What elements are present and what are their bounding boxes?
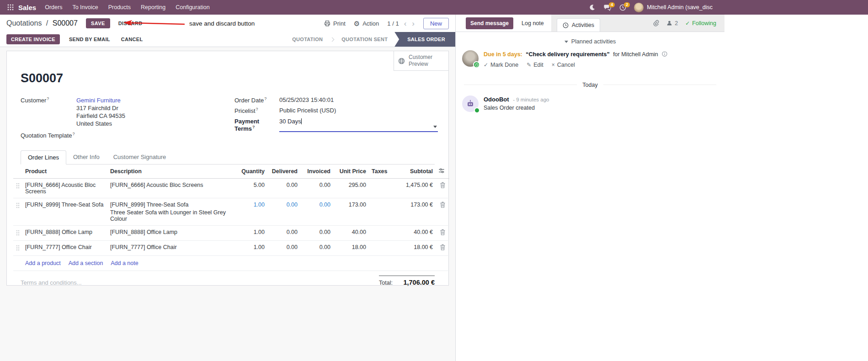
col-taxes[interactable]: Taxes — [369, 165, 392, 179]
activities-tab[interactable]: Activities — [557, 18, 600, 32]
cell-taxes[interactable] — [369, 241, 392, 256]
pager-next-icon[interactable]: › — [411, 20, 415, 27]
activity-avatar[interactable] — [462, 50, 479, 67]
cell-invoiced[interactable]: 0.00 — [300, 198, 333, 226]
user-menu[interactable]: Mitchell Admin (save_disc — [647, 4, 713, 11]
cell-description[interactable]: [FURN_6666] Acoustic Bloc Screens — [107, 179, 235, 198]
pricelist-field[interactable]: Public Pricelist (USD) — [279, 107, 336, 114]
delete-row-icon[interactable] — [436, 198, 449, 226]
odoobot-avatar[interactable] — [462, 96, 479, 112]
menu-configuration[interactable]: Configuration — [170, 0, 214, 15]
tab-order-lines[interactable]: Order Lines — [21, 150, 66, 165]
app-name[interactable]: Sales — [18, 4, 36, 11]
drag-handle[interactable] — [13, 198, 22, 226]
user-avatar[interactable] — [634, 3, 644, 12]
cancel-activity-button[interactable]: × Cancel — [552, 62, 575, 68]
col-unit-price[interactable]: Unit Price — [333, 165, 369, 179]
payment-terms-field[interactable]: 30 Days — [279, 118, 438, 132]
status-quotation[interactable]: QUOTATION — [285, 32, 330, 47]
save-button[interactable]: SAVE — [86, 18, 110, 28]
menu-reporting[interactable]: Reporting — [136, 0, 170, 15]
status-sales-order[interactable]: SALES ORDER — [394, 32, 455, 47]
cell-unit-price[interactable]: 18.00 — [333, 241, 369, 256]
cell-delivered[interactable]: 0.00 — [267, 179, 300, 198]
activities-clock-icon[interactable]: 2 — [615, 4, 630, 11]
print-button[interactable]: Print — [324, 20, 346, 27]
cell-taxes[interactable] — [369, 198, 392, 226]
drag-handle[interactable] — [13, 241, 22, 256]
cell-delivered[interactable]: 0.00 — [267, 241, 300, 256]
apps-grid-icon[interactable] — [4, 4, 17, 11]
menu-to-invoice[interactable]: To Invoice — [67, 0, 103, 15]
log-note-button[interactable]: Log note — [522, 20, 544, 27]
cell-quantity[interactable]: 5.00 — [235, 179, 267, 198]
add-section-link[interactable]: Add a section — [69, 260, 103, 266]
status-quotation-sent[interactable]: QUOTATION SENT — [335, 32, 394, 47]
menu-orders[interactable]: Orders — [40, 0, 67, 15]
col-delivered[interactable]: Delivered — [267, 165, 300, 179]
col-description[interactable]: Description — [107, 165, 235, 179]
pager-previous-icon[interactable]: ‹ — [404, 20, 407, 27]
followers-button[interactable]: 2 — [666, 20, 678, 27]
col-product[interactable]: Product — [22, 165, 107, 179]
cell-unit-price[interactable]: 40.00 — [333, 226, 369, 241]
cell-product[interactable]: [FURN_6666] Acoustic Bloc Screens — [22, 179, 107, 198]
drag-handle[interactable] — [13, 179, 22, 198]
drag-handle[interactable] — [13, 226, 22, 241]
new-button[interactable]: New — [423, 18, 449, 29]
following-button[interactable]: ✓ Following — [685, 20, 716, 27]
mark-done-button[interactable]: ✓ Mark Done — [484, 62, 518, 68]
col-quantity[interactable]: Quantity — [235, 165, 267, 179]
cell-product[interactable]: [FURN_7777] Office Chair — [22, 241, 107, 256]
cell-taxes[interactable] — [369, 226, 392, 241]
optional-columns-icon[interactable] — [436, 165, 449, 179]
send-by-email-button[interactable]: SEND BY EMAIL — [64, 34, 115, 44]
terms-and-conditions-field[interactable]: Terms and conditions... — [21, 279, 82, 286]
cell-invoiced[interactable]: 0.00 — [300, 179, 333, 198]
message-author[interactable]: OdooBot — [484, 96, 509, 103]
action-button[interactable]: ⚙ Action — [354, 20, 379, 27]
order-date-field[interactable]: 05/25/2023 15:40:01 — [279, 96, 334, 104]
message-timestamp: - 9 minutes ago — [513, 97, 549, 102]
add-product-link[interactable]: Add a product — [25, 260, 61, 266]
breadcrumb-quotations[interactable]: Quotations — [6, 19, 42, 27]
cell-invoiced[interactable]: 0.00 — [300, 226, 333, 241]
activity-content: Due in 5 days: “Check delivery requireme… — [484, 50, 667, 68]
cell-delivered[interactable]: 0.00 — [267, 226, 300, 241]
customer-link[interactable]: Gemini Furniture — [76, 96, 125, 104]
attachments-icon[interactable] — [653, 20, 659, 27]
info-icon[interactable] — [662, 51, 667, 59]
cell-description[interactable]: [FURN_8999] Three-Seat Sofa Three Seater… — [107, 198, 235, 226]
planned-activities-header[interactable]: Planned activities — [456, 38, 724, 45]
cell-description[interactable]: [FURN_8888] Office Lamp — [107, 226, 235, 241]
customer-preview-button[interactable]: Customer Preview — [394, 51, 448, 71]
menu-products[interactable]: Products — [103, 0, 136, 15]
cell-unit-price[interactable]: 295.00 — [333, 179, 369, 198]
tab-other-info[interactable]: Other Info — [66, 150, 107, 164]
col-invoiced[interactable]: Invoiced — [300, 165, 333, 179]
send-message-button[interactable]: Send message — [466, 17, 513, 29]
cell-taxes[interactable] — [369, 179, 392, 198]
cancel-button[interactable]: CANCEL — [117, 34, 148, 44]
cell-product[interactable]: [FURN_8888] Office Lamp — [22, 226, 107, 241]
cell-invoiced[interactable]: 0.00 — [300, 241, 333, 256]
add-note-link[interactable]: Add a note — [111, 260, 138, 266]
chevron-down-icon[interactable] — [433, 126, 437, 128]
col-subtotal[interactable]: Subtotal — [392, 165, 436, 179]
delete-row-icon[interactable] — [436, 179, 449, 198]
cell-description[interactable]: [FURN_7777] Office Chair — [107, 241, 235, 256]
statusbar: QUOTATION QUOTATION SENT SALES ORDER — [285, 32, 455, 47]
delete-row-icon[interactable] — [436, 241, 449, 256]
dark-mode-moon-icon[interactable] — [585, 4, 600, 11]
cell-quantity[interactable]: 1.00 — [235, 226, 267, 241]
create-invoice-button[interactable]: CREATE INVOICE — [6, 34, 60, 44]
delete-row-icon[interactable] — [436, 226, 449, 241]
cell-quantity[interactable]: 1.00 — [235, 241, 267, 256]
cell-quantity[interactable]: 1.00 — [235, 198, 267, 226]
cell-delivered[interactable]: 0.00 — [267, 198, 300, 226]
cell-product[interactable]: [FURN_8999] Three-Seat Sofa — [22, 198, 107, 226]
tab-customer-signature[interactable]: Customer Signature — [107, 150, 173, 164]
cell-unit-price[interactable]: 173.00 — [333, 198, 369, 226]
messages-icon[interactable]: 4 — [600, 4, 615, 11]
edit-activity-button[interactable]: ✎ Edit — [527, 62, 543, 68]
